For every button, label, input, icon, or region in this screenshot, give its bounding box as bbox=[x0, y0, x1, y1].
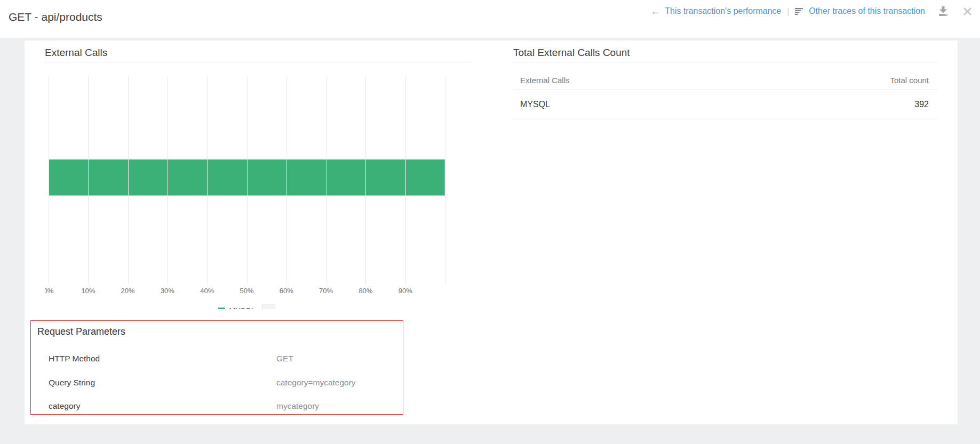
legend-pager-up-icon[interactable]: ▲ bbox=[266, 308, 272, 309]
chart-legend: MYSQL ▲ ▼ bbox=[49, 300, 445, 309]
gridline bbox=[286, 76, 287, 284]
x-tick-label: 60% bbox=[280, 287, 293, 295]
gridline bbox=[49, 76, 49, 284]
header-nav: ← This transaction's performance | Other… bbox=[650, 3, 975, 19]
legend-pager: ▲ ▼ bbox=[262, 304, 275, 309]
totals-table: External Calls Total count MYSQL 392 bbox=[513, 70, 938, 119]
request-param-row: HTTP Method GET bbox=[31, 346, 403, 370]
nav-separator: | bbox=[786, 7, 790, 15]
totals-divider bbox=[513, 62, 938, 62]
external-calls-chart: 0%10%20%30%40%50%60%70%80%90% MYSQL ▲ ▼ bbox=[45, 74, 476, 309]
page-title: GET - api/products bbox=[9, 11, 102, 23]
gridline bbox=[168, 76, 168, 284]
gridline bbox=[365, 76, 366, 284]
gridline bbox=[405, 76, 406, 284]
external-calls-title: External Calls bbox=[45, 47, 107, 59]
gridline bbox=[88, 76, 89, 284]
header-bar: GET - api/products ← This transaction's … bbox=[0, 0, 980, 38]
table-row-mysql: MYSQL 392 bbox=[513, 90, 938, 119]
external-calls-divider bbox=[45, 62, 471, 62]
param-value: GET bbox=[276, 354, 293, 364]
x-tick-label: 90% bbox=[399, 287, 412, 295]
legend-label-mysql[interactable]: MYSQL bbox=[229, 306, 255, 309]
chart-plot bbox=[49, 76, 445, 284]
transaction-detail-card: External Calls 0%10%20%30%40%50%60%70%80… bbox=[25, 41, 958, 424]
close-icon[interactable] bbox=[962, 6, 973, 17]
gridline bbox=[326, 76, 326, 284]
x-tick-label: 40% bbox=[200, 287, 214, 295]
x-tick-label: 10% bbox=[81, 287, 95, 295]
param-label: HTTP Method bbox=[49, 354, 100, 364]
x-tick-label: 20% bbox=[121, 287, 135, 295]
request-param-row: Query String category=mycategory bbox=[31, 370, 403, 394]
chart-x-axis: 0%10%20%30%40%50%60%70%80%90% bbox=[49, 287, 445, 297]
gridline bbox=[247, 76, 248, 284]
transaction-performance-link[interactable]: This transaction's performance bbox=[665, 6, 781, 16]
x-tick-label: 80% bbox=[358, 287, 372, 295]
param-label: Query String bbox=[49, 378, 95, 388]
download-icon[interactable] bbox=[937, 6, 949, 17]
param-value: mycategory bbox=[276, 401, 319, 411]
x-tick-label: 30% bbox=[161, 287, 174, 295]
legend-swatch-mysql[interactable] bbox=[218, 308, 225, 310]
other-traces-link[interactable]: Other traces of this transaction bbox=[809, 6, 925, 16]
gridline bbox=[445, 76, 445, 284]
param-value: category=mycategory bbox=[276, 378, 356, 388]
x-tick-label: 0% bbox=[45, 287, 53, 295]
request-param-row: category mycategory bbox=[31, 394, 403, 418]
gridline bbox=[207, 76, 208, 284]
column-header-external-calls: External Calls bbox=[520, 76, 570, 85]
cell-total-count: 392 bbox=[914, 100, 929, 109]
x-tick-label: 70% bbox=[319, 287, 333, 295]
request-parameters-box: Request Parameters HTTP Method GET Query… bbox=[30, 320, 403, 415]
gridline bbox=[128, 76, 129, 284]
request-parameters-title: Request Parameters bbox=[37, 326, 125, 337]
totals-table-header-row: External Calls Total count bbox=[513, 70, 938, 90]
param-label: category bbox=[49, 401, 80, 411]
total-external-calls-title: Total External Calls Count bbox=[513, 47, 630, 59]
x-tick-label: 50% bbox=[240, 287, 253, 295]
cell-external-call-name: MYSQL bbox=[520, 100, 550, 109]
traces-list-icon bbox=[795, 7, 804, 15]
back-arrow-icon: ← bbox=[650, 6, 660, 16]
column-header-total-count: Total count bbox=[890, 76, 929, 85]
